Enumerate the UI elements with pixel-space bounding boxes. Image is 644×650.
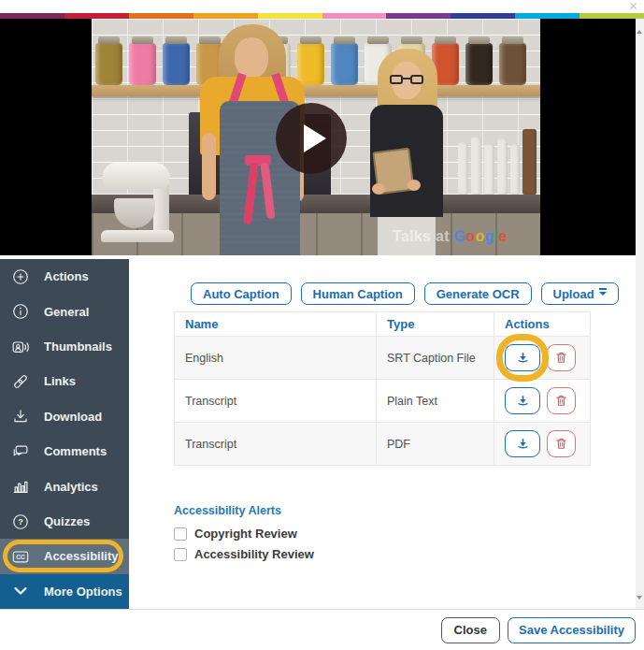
copyright-review-checkbox-row[interactable]: Copyright Review (174, 527, 297, 541)
sidebar-item-more-options[interactable]: More Options (0, 574, 129, 609)
scroll-down-arrow-icon[interactable] (637, 596, 642, 602)
pantry-jar (465, 43, 493, 85)
caption-name: Transcript (175, 423, 377, 466)
rainbow-segment (193, 13, 258, 19)
modal-footer: Close Save Accessibility (0, 609, 644, 650)
sidebar-item-general[interactable]: General (0, 294, 129, 328)
save-accessibility-button[interactable]: Save Accessibility (508, 617, 636, 643)
delete-caption-button[interactable] (547, 387, 576, 414)
jar-lid (165, 36, 187, 44)
cc-icon: CC (10, 546, 31, 567)
accessibility-alerts-link[interactable]: Accessibility Alerts (174, 504, 281, 517)
question-circle-icon: ? (10, 512, 31, 532)
human-caption-button[interactable]: Human Caption (301, 282, 415, 305)
sidebar-item-label: Thumbnails (44, 339, 112, 354)
hand (372, 183, 385, 195)
caption-type: SRT Caption File (377, 337, 494, 380)
pantry-jar (499, 43, 526, 85)
column-header-type: Type (377, 312, 494, 337)
caption-toolbar: Auto Caption Human Caption Generate OCR … (191, 282, 619, 305)
checkbox-label[interactable]: Accessibility Review (194, 547, 314, 561)
video-player-region: Talks at Google (0, 19, 636, 255)
sidebar-item-label: Download (44, 410, 102, 424)
sidebar-item-accessibility[interactable]: CC Accessibility (0, 539, 129, 573)
left-person-arm (202, 133, 216, 200)
delete-caption-button[interactable] (547, 344, 576, 371)
jar-lid (367, 36, 389, 44)
watermark: Talks at Google (393, 228, 507, 245)
pantry-jar (331, 43, 358, 85)
jar-lid (199, 36, 221, 44)
rainbow-segment (580, 13, 644, 19)
squeeze-bottle (497, 138, 508, 195)
table-row: Transcript Plain Text (175, 380, 591, 423)
close-button[interactable]: Close (441, 617, 500, 643)
kitchen-shelf (92, 85, 540, 96)
download-caption-button[interactable] (505, 387, 540, 414)
checkbox-label[interactable]: Copyright Review (194, 527, 297, 541)
rainbow-segment (0, 13, 64, 19)
sidebar-item-label: More Options (44, 585, 122, 599)
scroll-up-arrow-icon[interactable] (637, 27, 642, 34)
modal-top-bar: × (0, 0, 644, 13)
jar-lid (132, 36, 153, 44)
stand-mixer (99, 157, 185, 251)
jar-lid (98, 36, 120, 44)
squeeze-bottle (458, 142, 468, 195)
scrollbar[interactable] (636, 19, 644, 609)
brand-rainbow-bar (0, 13, 644, 19)
link-icon (10, 371, 31, 392)
glass-bottle (522, 129, 537, 195)
pantry-jar (95, 43, 122, 85)
squeeze-bottle (471, 137, 481, 195)
plus-circle-icon (10, 267, 31, 287)
jar-row (95, 43, 526, 85)
table-header-row: Name Type Actions (175, 312, 591, 337)
delete-caption-button[interactable] (547, 430, 576, 457)
rainbow-segment (64, 13, 129, 19)
copyright-review-checkbox[interactable] (174, 527, 187, 541)
rainbow-segment (515, 13, 580, 19)
squeeze-bottle (484, 144, 494, 195)
captions-table: Name Type Actions English SRT Caption Fi… (174, 311, 591, 466)
accessibility-review-checkbox-row[interactable]: Accessibility Review (174, 547, 314, 561)
pantry-jar (129, 43, 156, 85)
dropdown-caret-icon (599, 288, 607, 299)
accessibility-panel: Auto Caption Human Caption Generate OCR … (129, 255, 636, 609)
table-row: English SRT Caption File (175, 337, 591, 380)
jar-lid (401, 36, 422, 44)
watermark-brand: Google (454, 228, 508, 244)
hand (408, 180, 421, 191)
sidebar-item-quizzes[interactable]: ? Quizzes (0, 504, 129, 539)
svg-text:CC: CC (16, 554, 25, 560)
download-caption-button[interactable] (505, 430, 540, 457)
chevron-down-icon (10, 581, 31, 601)
sidebar-item-label: Analytics (44, 480, 98, 494)
sidebar-item-comments[interactable]: Comments (0, 434, 129, 469)
sidebar-item-links[interactable]: Links (0, 364, 129, 398)
play-icon (304, 124, 326, 152)
accessibility-review-checkbox[interactable] (174, 548, 187, 561)
video-frame: Talks at Google (92, 19, 540, 255)
auto-caption-button[interactable]: Auto Caption (191, 282, 292, 305)
sidebar-item-download[interactable]: Download (0, 399, 129, 434)
sidebar-item-actions[interactable]: Actions (0, 259, 129, 294)
pantry-jar (163, 43, 190, 85)
upload-button[interactable]: Upload (541, 282, 619, 305)
sidebar-item-analytics[interactable]: Analytics (0, 469, 129, 503)
download-caption-button[interactable] (505, 344, 540, 371)
generate-ocr-button[interactable]: Generate OCR (424, 282, 532, 305)
sidebar-item-thumbnails[interactable]: Thumbnails (0, 329, 129, 364)
play-button[interactable] (276, 103, 347, 174)
jar-lid (334, 36, 355, 44)
download-icon (10, 406, 31, 426)
bar-chart-icon (10, 476, 31, 497)
sidebar-item-label: Quizzes (44, 514, 90, 528)
jar-lid (502, 36, 523, 44)
sidebar-item-label: Comments (44, 444, 107, 458)
jar-lid (435, 36, 456, 44)
jar-lid (300, 36, 322, 44)
sidebar: Actions General Thumbnails Links Downloa… (0, 259, 129, 609)
caption-type: PDF (377, 423, 494, 466)
column-header-name: Name (175, 312, 377, 337)
